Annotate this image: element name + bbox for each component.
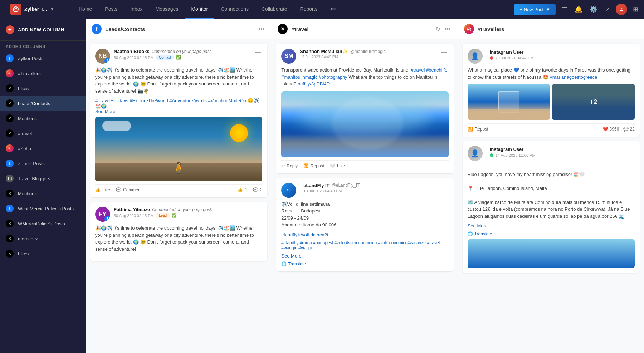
grid-icon[interactable]: ⊞	[631, 4, 640, 15]
sidebar-label: mercedez	[18, 236, 38, 241]
sidebar-item-likes-2[interactable]: ✕ Likes	[0, 246, 86, 261]
sidebar-item-zoho[interactable]: ◎ #Zoho	[0, 141, 86, 156]
post-link-shannon[interactable]: buff.ly/3pDBi4P	[298, 81, 330, 87]
like-count: 👍 1	[238, 187, 247, 192]
sidebar-label: Zylker Posts	[18, 56, 44, 61]
new-post-label: + New Post	[519, 7, 543, 12]
sidebar-label: Travel Bloggers	[18, 176, 50, 181]
insta2-see-more[interactable]: See More	[468, 223, 635, 229]
shannon-more-btn[interactable]: •••	[440, 49, 449, 57]
travellers-column-body: 👤 Instagram User 29 Jul 2021 04:47 PM Wh…	[458, 39, 644, 353]
sidebar-label: Zoho's Posts	[18, 161, 45, 166]
sidebar-label: Mentions	[18, 116, 37, 121]
reply-action[interactable]: ↩ Reply	[281, 163, 298, 168]
post-content-fathima: 🎉🌍✈️ It's time to celebrate the upcoming…	[95, 225, 262, 253]
app-logo[interactable]: Zylker T... ▼	[4, 4, 72, 15]
nav-reports[interactable]: Reports	[294, 0, 324, 19]
nav-home[interactable]: Home	[72, 0, 98, 19]
nav-more[interactable]: •••	[324, 0, 342, 19]
nav-collaborate[interactable]: Collaborate	[255, 0, 294, 19]
share-icon[interactable]: ↗	[603, 4, 611, 15]
added-columns-header: ADDED COLUMNS	[0, 41, 86, 51]
sidebar-item-wmercia[interactable]: ✕ WMerciaPolice's Posts	[0, 216, 86, 231]
translate-elandfly[interactable]: 🌐 Translate	[281, 261, 448, 266]
sidebar-label: Likes	[18, 86, 29, 91]
cloud-effect	[332, 97, 403, 150]
post-handle-shannon: @manitoulinmagic	[350, 49, 386, 54]
post-action-text: Commented on your page post.	[152, 49, 212, 54]
like-action-shannon[interactable]: 🤍 Like	[330, 163, 345, 168]
nav-connections[interactable]: Connections	[214, 0, 255, 19]
travel-more-options[interactable]: •••	[443, 25, 452, 33]
add-new-column-button[interactable]: + ADD NEW COLUMN	[0, 19, 86, 41]
post-handle-elandfly: @eLandFly_IT	[332, 183, 360, 188]
repost-action[interactable]: 🔁 Repost	[303, 163, 324, 168]
sidebar-item-west-mercia[interactable]: f West Mercia Police's Posts	[0, 201, 86, 216]
post-meta-shannon: Shannon McMullan✨ @manitoulinmagic 13 Ju…	[300, 49, 436, 59]
post-more-btn[interactable]: •••	[254, 49, 263, 57]
post-meta: Naathan Brooks Commented on your page po…	[114, 49, 250, 60]
nav-posts[interactable]: Posts	[98, 0, 124, 19]
nav-inbox[interactable]: Inbox	[124, 0, 149, 19]
new-post-button[interactable]: + New Post ▼	[514, 4, 556, 15]
sidebar-label: Leads/Contacts	[18, 101, 50, 106]
sidebar-label: #Travellers	[18, 71, 41, 76]
sidebar-label: Likes	[18, 251, 29, 256]
travel-column: ✕ #travel ↻ ••• SM	[272, 19, 458, 353]
verified-icon-fathima: ✅	[172, 213, 177, 218]
repost-action-insta1[interactable]: 🔁 Repost	[468, 127, 488, 132]
column-header-travellers: ◎ #travellers	[458, 19, 644, 39]
travel-column-body: SM Shannon McMullan✨ @manitoulinmagic 13…	[272, 39, 458, 353]
elandfly-see-more[interactable]: See More	[281, 253, 448, 259]
column-header-leads: f Leads/Contacts •••	[86, 19, 272, 39]
sidebar-item-mentions-2[interactable]: ✕ Mentions	[0, 186, 86, 201]
post-content-insta2: Blue Lagoon, you have my heart missing p…	[468, 164, 635, 220]
menu-icon[interactable]: ☰	[560, 4, 569, 15]
comment-label: Comment	[123, 187, 142, 192]
sidebar-item-leads[interactable]: ✕ Leads/Contacts	[0, 96, 86, 111]
post-author-insta1: Instagram User	[490, 49, 524, 55]
nav-monitor[interactable]: Monitor	[185, 0, 214, 19]
hashtag-marianna: #marianagoestogreece	[550, 74, 597, 80]
x-icon: ✕	[6, 84, 14, 92]
sidebar-item-mentions-1[interactable]: ✕ Mentions	[0, 111, 86, 126]
like-action[interactable]: 👍 Like	[95, 187, 110, 192]
refresh-button[interactable]: ↻	[436, 26, 440, 33]
nav-messages[interactable]: Messages	[149, 0, 185, 19]
post-actions: 👍 Like 💬 Comment 👍 1 �	[95, 184, 262, 192]
dropdown-icon: ▼	[50, 7, 54, 12]
post-meta-fathima: Fathima Yilmaze Commented on your page p…	[114, 207, 262, 218]
post-author-fathima: Fathima Yilmaze	[114, 207, 150, 212]
elandfly-link[interactable]: elandfly.it/voli-ricerca?f...	[281, 232, 448, 237]
comment-count-icon: 💬	[253, 187, 258, 192]
like-icon: 👍	[95, 187, 101, 192]
bell-icon[interactable]: 🔔	[573, 4, 584, 15]
user-avatar[interactable]: Z	[616, 4, 627, 15]
sidebar-item-zylker-posts[interactable]: f Zylker Posts	[0, 51, 86, 66]
avatar-fathima: FY f	[95, 207, 110, 222]
post-actions-shannon: ↩ Reply 🔁 Repost 🤍 Like	[281, 160, 448, 168]
travellers-images: +2	[468, 84, 635, 120]
leads-more-options[interactable]: •••	[257, 25, 266, 33]
post-author-shannon: Shannon McMullan✨	[300, 49, 348, 54]
globe-icon: 🌐	[281, 261, 287, 266]
add-column-label: ADD NEW COLUMN	[18, 27, 64, 33]
sidebar-item-travellers[interactable]: ◎ #Travellers	[0, 66, 86, 81]
post-time-fathima: 30 Aug 2023 02:45 PM Lead ✅	[114, 213, 262, 218]
see-more-link[interactable]: See More	[95, 109, 262, 114]
travellers-img-2: +2	[552, 84, 635, 120]
sidebar-item-travel[interactable]: ✕ #travel	[0, 126, 86, 141]
post-meta-insta2: Instagram User 14 Aug 2023 11:00 PM	[490, 146, 635, 157]
settings-icon[interactable]: ⚙️	[588, 4, 599, 15]
likes-stat: ❤️ 3966	[603, 127, 619, 132]
sidebar-item-travel-bloggers[interactable]: TB Travel Bloggers	[0, 171, 86, 186]
comment-action[interactable]: 💬 Comment	[116, 187, 142, 192]
sidebar-item-likes[interactable]: ✕ Likes	[0, 81, 86, 96]
sidebar-item-mercedez[interactable]: ✕ mercedez	[0, 231, 86, 246]
translate-insta2[interactable]: 🌐 Translate	[468, 231, 635, 236]
sidebar-item-zohos-posts[interactable]: f Zoho's Posts	[0, 156, 86, 171]
post-naathan-brooks: NB f Naathan Brooks Commented on your pa…	[90, 44, 267, 197]
comments-stat: 💬 22	[623, 127, 635, 132]
x-icon: ✕	[6, 220, 14, 227]
reply-icon: ↩	[281, 163, 285, 168]
